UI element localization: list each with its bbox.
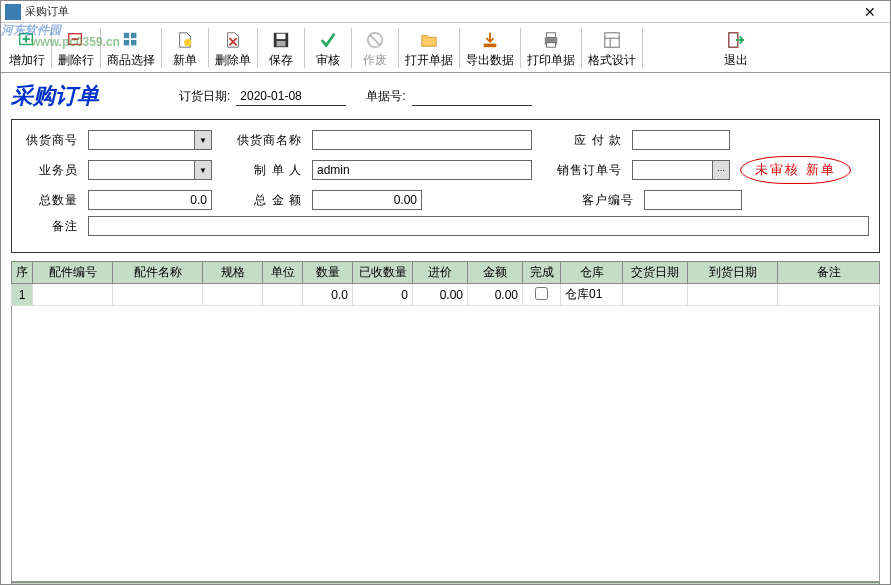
payable-input[interactable] xyxy=(632,130,730,150)
del-row-button[interactable]: 删除行 xyxy=(54,25,98,71)
cell-arrival[interactable] xyxy=(688,284,778,306)
grid-body-spacer[interactable] xyxy=(11,306,880,582)
format-button[interactable]: 格式设计 xyxy=(584,25,640,71)
del-doc-button[interactable]: 删除单 xyxy=(211,25,255,71)
svg-rect-8 xyxy=(277,33,286,38)
date-input[interactable] xyxy=(236,87,346,106)
del-doc-label: 删除单 xyxy=(215,52,251,69)
cell-seq: 1 xyxy=(12,284,33,306)
col-warehouse: 仓库 xyxy=(561,262,623,284)
sales-order-combo[interactable]: ⋯ xyxy=(632,160,730,180)
cell-unit[interactable] xyxy=(263,284,303,306)
save-button[interactable]: 保存 xyxy=(260,25,302,71)
exit-icon xyxy=(726,30,746,50)
col-recv-qty: 已收数量 xyxy=(353,262,413,284)
print-button[interactable]: 打印单据 xyxy=(523,25,579,71)
lookup-icon[interactable]: ⋯ xyxy=(712,160,730,180)
col-qty: 数量 xyxy=(303,262,353,284)
clerk-combo[interactable]: ▼ xyxy=(88,160,212,180)
cell-spec[interactable] xyxy=(203,284,263,306)
docno-input[interactable] xyxy=(412,87,532,106)
supplier-no-combo[interactable]: ▼ xyxy=(88,130,212,150)
audit-label: 审核 xyxy=(316,52,340,69)
total-amt-label: 总 金 额 xyxy=(222,192,302,209)
toolbar-separator xyxy=(51,28,52,68)
svg-rect-13 xyxy=(547,32,556,37)
open-doc-button[interactable]: 打开单据 xyxy=(401,25,457,71)
status-stamp: 未审核 新单 xyxy=(740,156,851,184)
cell-part-name[interactable] xyxy=(113,284,203,306)
layout-icon xyxy=(602,30,622,50)
dropdown-icon[interactable]: ▼ xyxy=(194,130,212,150)
cell-recv-qty[interactable]: 0 xyxy=(353,284,413,306)
add-row-button[interactable]: 增加行 xyxy=(5,25,49,71)
col-part-no: 配件编号 xyxy=(33,262,113,284)
supplier-no-label: 供货商号 xyxy=(22,132,78,149)
svg-point-6 xyxy=(184,39,191,46)
col-part-name: 配件名称 xyxy=(113,262,203,284)
del-row-label: 删除行 xyxy=(58,52,94,69)
export-button[interactable]: 导出数据 xyxy=(462,25,518,71)
cell-part-no[interactable] xyxy=(33,284,113,306)
remark-input[interactable] xyxy=(88,216,869,236)
cell-warehouse[interactable]: 仓库01 xyxy=(561,284,623,306)
sales-order-label: 销售订单号 xyxy=(542,162,622,179)
toolbar-separator xyxy=(581,28,582,68)
close-button[interactable]: ✕ xyxy=(850,4,890,20)
toolbar-separator xyxy=(257,28,258,68)
page-title: 采购订单 xyxy=(11,81,99,111)
col-spec: 规格 xyxy=(203,262,263,284)
sales-order-input[interactable] xyxy=(632,160,712,180)
toolbar-separator xyxy=(520,28,521,68)
cell-done[interactable] xyxy=(523,284,561,306)
remark-label: 备注 xyxy=(22,218,78,235)
void-button[interactable]: 作废 xyxy=(354,25,396,71)
supplier-name-input[interactable] xyxy=(312,130,532,150)
svg-rect-14 xyxy=(547,42,556,47)
table-row[interactable]: 1 0.0 0 0.00 0.00 仓库01 xyxy=(12,284,880,306)
goods-select-button[interactable]: 商品选择 xyxy=(103,25,159,71)
svg-rect-11 xyxy=(484,43,497,47)
svg-rect-3 xyxy=(131,32,136,37)
maker-label: 制 单 人 xyxy=(222,162,302,179)
check-icon xyxy=(318,30,338,50)
exit-button[interactable]: 退出 xyxy=(715,25,757,71)
toolbar-separator xyxy=(100,28,101,68)
save-icon xyxy=(271,30,291,50)
clerk-input[interactable] xyxy=(88,160,194,180)
void-label: 作废 xyxy=(363,52,387,69)
col-remark: 备注 xyxy=(778,262,880,284)
total-amt-input[interactable] xyxy=(312,190,422,210)
cell-price[interactable]: 0.00 xyxy=(413,284,468,306)
cell-remark[interactable] xyxy=(778,284,880,306)
cell-delivery[interactable] xyxy=(623,284,688,306)
col-unit: 单位 xyxy=(263,262,303,284)
toolbar-separator xyxy=(398,28,399,68)
svg-rect-5 xyxy=(131,40,136,45)
format-label: 格式设计 xyxy=(588,52,636,69)
toolbar: 增加行 删除行 商品选择 新单 删除单 保存 审核 作废 打开单据 导出数据 xyxy=(1,23,890,73)
clerk-label: 业务员 xyxy=(22,162,78,179)
maker-input[interactable] xyxy=(312,160,532,180)
supplier-name-label: 供货商名称 xyxy=(222,132,302,149)
exit-label: 退出 xyxy=(724,52,748,69)
total-qty-input[interactable] xyxy=(88,190,212,210)
form-panel: 供货商号 ▼ 供货商名称 应 付 款 业务员 ▼ 制 单 人 销售订单号 ⋯ 未 xyxy=(11,119,880,253)
supplier-no-input[interactable] xyxy=(88,130,194,150)
open-doc-label: 打开单据 xyxy=(405,52,453,69)
add-row-label: 增加行 xyxy=(9,52,45,69)
export-label: 导出数据 xyxy=(466,52,514,69)
grid-header: 序 配件编号 配件名称 规格 单位 数量 已收数量 进价 金额 完成 仓库 交货… xyxy=(11,261,880,306)
audit-button[interactable]: 审核 xyxy=(307,25,349,71)
done-checkbox[interactable] xyxy=(535,287,548,300)
svg-rect-2 xyxy=(124,32,129,37)
dropdown-icon[interactable]: ▼ xyxy=(194,160,212,180)
total-qty-label: 总数量 xyxy=(22,192,78,209)
window-title: 采购订单 xyxy=(25,4,850,19)
cust-no-input[interactable] xyxy=(644,190,742,210)
new-doc-button[interactable]: 新单 xyxy=(164,25,206,71)
cell-qty[interactable]: 0.0 xyxy=(303,284,353,306)
save-label: 保存 xyxy=(269,52,293,69)
header-row: 采购订单 订货日期: 单据号: xyxy=(11,81,880,111)
cell-amount[interactable]: 0.00 xyxy=(468,284,523,306)
